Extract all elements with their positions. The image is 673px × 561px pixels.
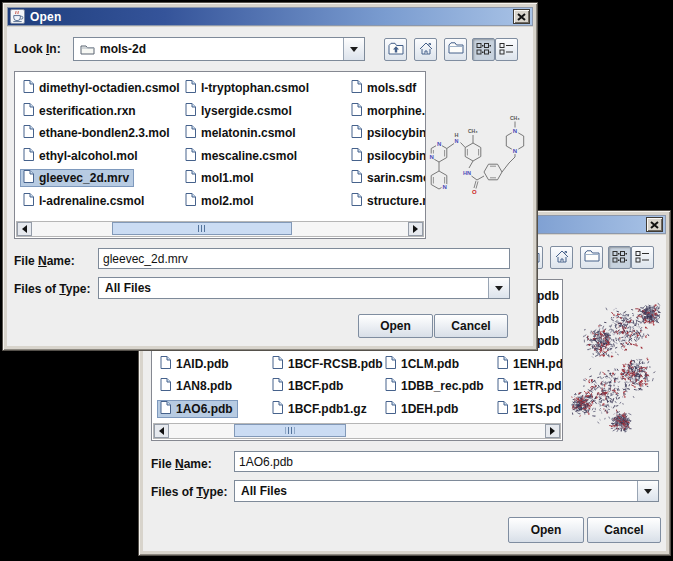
file-item[interactable]: lysergide.csmol bbox=[182, 102, 297, 120]
file-item[interactable]: dimethyl-octadien.csmol bbox=[20, 79, 185, 97]
home-button[interactable] bbox=[414, 38, 437, 61]
file-item[interactable]: 1DEH.pdb bbox=[382, 400, 463, 418]
triangle-left-icon bbox=[159, 427, 164, 435]
file-item[interactable]: ethyl-alcohol.mol bbox=[20, 147, 143, 165]
file-icon bbox=[351, 193, 362, 209]
home-icon bbox=[418, 41, 434, 59]
file-item[interactable]: 1ENH.pd bbox=[494, 355, 563, 373]
new-folder-button[interactable] bbox=[580, 246, 603, 269]
new-folder-icon bbox=[448, 41, 464, 58]
file-item[interactable]: 1AN8.pdb bbox=[157, 377, 237, 395]
file-icon bbox=[185, 103, 196, 119]
home-button[interactable] bbox=[550, 246, 573, 269]
back-file-name-input[interactable] bbox=[234, 451, 659, 472]
file-item[interactable]: 1CLM.pdb bbox=[382, 355, 464, 373]
back-horizontal-scrollbar[interactable] bbox=[153, 423, 561, 439]
combo-arrow-button[interactable] bbox=[637, 481, 658, 501]
file-item[interactable]: 1BCF-RCSB.pdb bbox=[269, 355, 388, 373]
combo-value: All Files bbox=[99, 281, 151, 295]
file-item[interactable]: 1AID.pdb bbox=[157, 355, 234, 373]
front-open-button[interactable]: Open bbox=[358, 314, 433, 338]
file-icon bbox=[185, 170, 196, 186]
java-cup-icon bbox=[10, 9, 25, 24]
list-view-button[interactable] bbox=[631, 246, 654, 269]
up-folder-button[interactable] bbox=[384, 38, 407, 61]
file-item[interactable]: mol1.mol bbox=[182, 169, 259, 187]
file-item[interactable]: mescaline.csmol bbox=[182, 147, 302, 165]
home-icon bbox=[554, 249, 570, 267]
file-item[interactable]: psilocybin. bbox=[348, 147, 426, 165]
file-icon bbox=[272, 401, 283, 417]
file-item[interactable]: 1BCF.pdb bbox=[269, 377, 348, 395]
front-files-of-type-combo[interactable]: All Files bbox=[98, 277, 510, 299]
close-icon bbox=[517, 13, 526, 21]
file-icon bbox=[185, 148, 196, 164]
file-item[interactable]: gleevec_2d.mrv bbox=[20, 169, 134, 187]
scroll-left-button[interactable] bbox=[17, 222, 32, 236]
triangle-down-icon bbox=[495, 286, 503, 291]
grid-view-button[interactable] bbox=[472, 38, 495, 61]
file-item[interactable]: melatonin.csmol bbox=[182, 124, 301, 142]
file-icon bbox=[160, 356, 171, 372]
file-icon bbox=[272, 378, 283, 394]
scrollbar-thumb[interactable] bbox=[112, 222, 292, 235]
file-item[interactable]: psilocybin. bbox=[348, 124, 426, 142]
folder-icon bbox=[80, 43, 95, 55]
file-icon bbox=[23, 103, 34, 119]
front-horizontal-scrollbar[interactable] bbox=[16, 221, 424, 237]
front-titlebar[interactable]: Open bbox=[7, 7, 533, 26]
file-item[interactable]: 1BCF.pdb1.gz bbox=[269, 400, 372, 418]
file-icon bbox=[160, 401, 171, 417]
front-file-name-input[interactable] bbox=[98, 248, 510, 269]
svg-text:HN: HN bbox=[463, 170, 471, 176]
file-icon bbox=[23, 193, 34, 209]
combo-arrow-button[interactable] bbox=[488, 278, 509, 298]
file-item[interactable]: esterification.rxn bbox=[20, 102, 141, 120]
file-icon bbox=[185, 80, 196, 96]
list-view-button[interactable] bbox=[495, 38, 518, 61]
scroll-right-button[interactable] bbox=[545, 424, 560, 438]
svg-text:N: N bbox=[430, 154, 434, 160]
svg-text:N: N bbox=[443, 184, 447, 190]
grid-view-button[interactable] bbox=[608, 246, 631, 269]
look-in-combo[interactable]: mols-2d bbox=[73, 37, 365, 61]
look-in-label: Look In: bbox=[14, 42, 61, 56]
file-icon bbox=[160, 378, 171, 394]
front-file-list[interactable]: dimethyl-octadien.csmolesterification.rx… bbox=[14, 71, 426, 239]
file-item[interactable]: mols.sdf bbox=[348, 79, 421, 97]
front-file-name-label: File Name: bbox=[14, 254, 75, 268]
back-files-of-type-combo[interactable]: All Files bbox=[234, 480, 659, 502]
file-item[interactable]: l-tryptophan.csmol bbox=[182, 79, 314, 97]
back-open-button[interactable]: Open bbox=[508, 517, 584, 543]
file-item[interactable]: structure.m bbox=[348, 192, 426, 210]
front-close-button[interactable] bbox=[513, 9, 530, 24]
scroll-left-button[interactable] bbox=[154, 424, 169, 438]
file-icon bbox=[23, 80, 34, 96]
file-item[interactable]: 1ETS.pd bbox=[494, 400, 563, 418]
file-item[interactable]: 1ETR.pd bbox=[494, 377, 563, 395]
back-cancel-button[interactable]: Cancel bbox=[587, 517, 661, 543]
file-item[interactable]: mol2.mol bbox=[182, 192, 259, 210]
back-close-button[interactable] bbox=[646, 217, 663, 232]
look-in-value: mols-2d bbox=[100, 42, 146, 56]
file-item[interactable]: sarin.csmo bbox=[348, 169, 426, 187]
file-icon bbox=[351, 148, 362, 164]
scroll-right-button[interactable] bbox=[408, 222, 423, 236]
file-icon bbox=[351, 125, 362, 141]
front-cancel-button[interactable]: Cancel bbox=[434, 314, 508, 338]
file-item[interactable]: ethane-bondlen2.3.mol bbox=[20, 124, 175, 142]
list-view-icon bbox=[635, 250, 650, 266]
combo-arrow-button[interactable] bbox=[343, 38, 364, 60]
front-content: Look In: mols-2d dimethyl-octadien.csmol… bbox=[7, 27, 533, 346]
file-item[interactable]: 1AO6.pdb bbox=[157, 400, 238, 418]
triangle-right-icon bbox=[550, 427, 555, 435]
scrollbar-thumb[interactable] bbox=[234, 424, 346, 437]
file-item[interactable]: l-adrenaline.csmol bbox=[20, 192, 149, 210]
file-icon bbox=[351, 170, 362, 186]
file-icon bbox=[23, 170, 34, 186]
new-folder-icon bbox=[584, 249, 600, 266]
file-item[interactable]: morphine.c bbox=[348, 102, 426, 120]
new-folder-button[interactable] bbox=[444, 38, 467, 61]
file-item[interactable]: 1DBB_rec.pdb bbox=[382, 377, 489, 395]
open-dialog-front: Open Look In: mols-2d bbox=[2, 2, 538, 351]
